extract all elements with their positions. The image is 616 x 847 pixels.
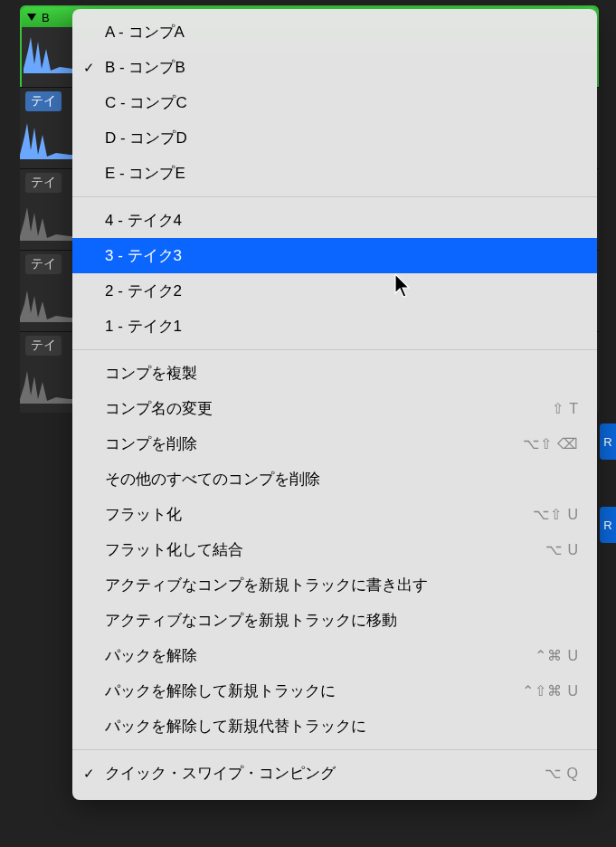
menu-item-label: パックを解除して新規トラックに — [105, 680, 522, 701]
menu-item[interactable]: コンプを削除⌥⇧ ⌫ — [72, 426, 597, 462]
menu-item-label: パックを解除して新規代替トラックに — [105, 716, 579, 737]
menu-item[interactable]: E - コンプE — [72, 156, 597, 191]
menu-item[interactable]: 3 - テイク3 — [72, 238, 597, 273]
menu-item[interactable]: パックを解除して新規代替トラックに — [72, 709, 597, 744]
check-icon: ✓ — [83, 766, 95, 782]
menu-item-shortcut: ⌃⇧⌘ U — [522, 682, 579, 699]
menu-item-label: パックを解除 — [105, 645, 535, 666]
region-tab[interactable]: R — [600, 424, 616, 460]
menu-item-label: コンプを複製 — [105, 363, 579, 384]
menu-item[interactable]: フラット化して結合⌥ U — [72, 532, 597, 567]
menu-item[interactable]: 2 - テイク2 — [72, 273, 597, 309]
take-label: テイ — [25, 91, 62, 111]
menu-item[interactable]: ✓B - コンプB — [72, 50, 597, 85]
menu-item[interactable]: コンプを複製 — [72, 356, 597, 391]
menu-item-shortcut: ⌃⌘ U — [535, 647, 579, 664]
menu-item-label: クイック・スワイプ・コンピング — [105, 763, 545, 784]
comp-title: B — [42, 11, 50, 24]
menu-item-label: A - コンプA — [105, 22, 579, 43]
menu-item-shortcut: ⌥⇧ ⌫ — [523, 435, 579, 452]
menu-item-shortcut: ⇧ T — [552, 400, 579, 417]
menu-item[interactable]: アクティブなコンプを新規トラックに移動 — [72, 603, 597, 638]
region-tab-label: R — [603, 519, 611, 532]
menu-item-label: B - コンプB — [105, 57, 579, 78]
menu-item[interactable]: パックを解除して新規トラックに⌃⇧⌘ U — [72, 673, 597, 709]
menu-item-label: アクティブなコンプを新規トラックに書き出す — [105, 575, 579, 595]
region-tab[interactable]: R — [600, 507, 616, 543]
menu-item[interactable]: その他のすべてのコンプを削除 — [72, 462, 597, 497]
menu-item-label: アクティブなコンプを新規トラックに移動 — [105, 610, 579, 631]
menu-item-shortcut: ⌥ U — [545, 541, 579, 558]
menu-item-label: コンプを削除 — [105, 433, 523, 454]
menu-item-label: フラット化 — [105, 504, 533, 525]
menu-item[interactable]: 4 - テイク4 — [72, 203, 597, 238]
menu-item[interactable]: コンプ名の変更⇧ T — [72, 391, 597, 426]
check-icon: ✓ — [83, 60, 95, 76]
menu-item-label: フラット化して結合 — [105, 539, 545, 560]
menu-item[interactable]: 1 - テイク1 — [72, 309, 597, 344]
menu-item-label: E - コンプE — [105, 163, 579, 184]
take-label: テイ — [25, 173, 62, 193]
take-folder-menu: A - コンプA✓B - コンプBC - コンプCD - コンプDE - コンプ… — [72, 9, 597, 800]
menu-item-label: D - コンプD — [105, 128, 579, 148]
menu-item[interactable]: ✓クイック・スワイプ・コンピング⌥ Q — [72, 756, 597, 791]
menu-item-label: その他のすべてのコンプを削除 — [105, 469, 579, 490]
take-label: テイ — [25, 254, 62, 274]
menu-separator — [72, 749, 597, 750]
take-label: テイ — [25, 336, 62, 356]
menu-item[interactable]: パックを解除⌃⌘ U — [72, 638, 597, 673]
menu-item[interactable]: フラット化⌥⇧ U — [72, 497, 597, 532]
menu-item[interactable]: A - コンプA — [72, 14, 597, 50]
menu-item[interactable]: D - コンプD — [72, 120, 597, 156]
menu-item-label: 3 - テイク3 — [105, 245, 579, 266]
menu-item-label: 4 - テイク4 — [105, 210, 579, 231]
menu-item-label: 2 - テイク2 — [105, 281, 579, 301]
menu-separator — [72, 349, 597, 350]
region-tab-label: R — [603, 435, 611, 449]
menu-item[interactable]: C - コンプC — [72, 85, 597, 120]
menu-item-label: C - コンプC — [105, 92, 579, 113]
menu-item-label: 1 - テイク1 — [105, 316, 579, 337]
menu-item-shortcut: ⌥⇧ U — [533, 506, 579, 523]
menu-separator — [72, 196, 597, 197]
menu-item[interactable]: アクティブなコンプを新規トラックに書き出す — [72, 567, 597, 603]
disclosure-triangle-icon[interactable] — [27, 14, 36, 21]
menu-item-shortcut: ⌥ Q — [545, 765, 579, 782]
menu-item-label: コンプ名の変更 — [105, 398, 552, 419]
